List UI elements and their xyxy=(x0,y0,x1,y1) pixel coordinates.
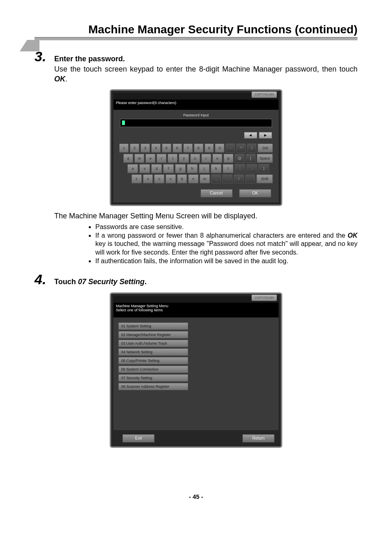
key-d[interactable]: d xyxy=(151,164,162,173)
bullet-passwords-case-sensitive: Passwords are case sensitive. xyxy=(95,223,357,232)
menu-item-network-setting[interactable]: 04 Network Setting xyxy=(118,348,188,356)
bullet-auth-fail-log: If authentication fails, the information… xyxy=(95,257,357,266)
key-at[interactable]: @ xyxy=(235,154,244,163)
step4-heading-a: Touch xyxy=(54,278,78,286)
menu-item-copy-printer[interactable]: 05 Copy/Printer Setting xyxy=(118,357,188,364)
key-6[interactable]: 6 xyxy=(173,144,182,153)
step3-text: Use the touch screen keypad to enter the… xyxy=(54,64,357,84)
key-lbracket[interactable]: [ xyxy=(246,154,256,163)
cursor-icon xyxy=(122,120,125,125)
key-7[interactable]: 7 xyxy=(183,144,193,153)
password-panel-title: Password Input xyxy=(117,113,275,117)
key-h[interactable]: h xyxy=(187,164,198,173)
step3-heading: Enter the password. xyxy=(54,55,357,63)
key-a[interactable]: a xyxy=(127,164,138,173)
key-shift[interactable]: Shift xyxy=(256,174,273,183)
key-semicolon[interactable]: ; xyxy=(235,164,245,173)
step3-ok-ref: OK xyxy=(54,75,65,83)
key-o[interactable]: o xyxy=(212,154,222,163)
step3-text-after: . xyxy=(65,75,67,83)
step3-text-before: Use the touch screen keypad to enter the… xyxy=(54,65,357,73)
key-j[interactable]: j xyxy=(199,164,210,173)
key-2[interactable]: 2 xyxy=(130,144,139,153)
menu-header: Machine Manager Setting Menu Select one … xyxy=(113,303,279,317)
exit-button[interactable]: Exit xyxy=(122,434,154,442)
arrow-right-button[interactable]: ► xyxy=(259,132,272,139)
key-0[interactable]: 0 xyxy=(215,144,224,153)
key-m[interactable]: m xyxy=(200,174,210,183)
key-backslash[interactable]: \ xyxy=(247,144,256,153)
key-5[interactable]: 5 xyxy=(162,144,171,153)
key-4[interactable]: 4 xyxy=(151,144,161,153)
password-input[interactable] xyxy=(120,119,272,127)
key-e[interactable]: e xyxy=(145,154,155,163)
key-caret[interactable]: ^ xyxy=(236,144,246,153)
key-b[interactable]: b xyxy=(177,174,187,183)
key-slash[interactable]: / xyxy=(234,174,244,183)
step4-heading: Touch 07 Security Setting. xyxy=(54,278,357,286)
key-u[interactable]: u xyxy=(190,154,200,163)
password-prompt: Please enter password(8 characters) xyxy=(113,100,279,110)
return-button[interactable]: Return xyxy=(242,434,274,442)
onscreen-keyboard: 1 2 3 4 5 6 7 8 9 0 - ^ \ xyxy=(117,143,275,185)
menu-item-scanner-address[interactable]: 08 Scanner Address Register xyxy=(118,383,188,390)
key-minus[interactable]: - xyxy=(226,144,235,153)
key-r[interactable]: r xyxy=(157,154,166,163)
menu-item-user-auth[interactable]: 03 User Auth./Volume Track xyxy=(118,340,188,347)
key-s[interactable]: s xyxy=(139,164,150,173)
menu-item-security-setting[interactable]: 07 Security Setting xyxy=(118,374,188,382)
page-header-title: Machine Manager Security Functions (cont… xyxy=(35,23,357,37)
key-q[interactable]: q xyxy=(123,154,133,163)
step4-number: 4. xyxy=(35,271,54,287)
ok-button[interactable]: OK xyxy=(239,189,271,197)
key-3[interactable]: 3 xyxy=(141,144,150,153)
key-c[interactable]: c xyxy=(154,174,164,183)
arrow-left-button[interactable]: ◄ xyxy=(244,132,257,139)
key-n[interactable]: n xyxy=(188,174,198,183)
step4-heading-c: . xyxy=(145,278,147,286)
menu-item-system-setting[interactable]: 01 System Setting xyxy=(118,322,188,330)
copy-scan-tab[interactable]: COPY/SCAN xyxy=(251,91,277,98)
menu-title-line2: Select one of following items xyxy=(116,308,276,313)
copy-scan-tab[interactable]: COPY/SCAN xyxy=(251,294,277,301)
key-del[interactable]: Del xyxy=(258,144,273,153)
bullet2-a: If a wrong password or fewer than 8 alph… xyxy=(95,232,348,239)
key-f[interactable]: f xyxy=(163,164,174,173)
key-y[interactable]: y xyxy=(179,154,189,163)
step3-after-img-text: The Machine Manager Setting Menu Screen … xyxy=(54,211,357,221)
header-rule-decoration xyxy=(35,37,357,40)
key-comma[interactable]: , xyxy=(211,174,221,183)
key-1[interactable]: 1 xyxy=(119,144,129,153)
menu-screen: COPY/SCAN Machine Manager Setting Menu S… xyxy=(110,292,282,448)
cancel-button[interactable]: Cancel xyxy=(201,189,233,197)
key-z[interactable]: z xyxy=(131,174,142,183)
key-space[interactable]: Space xyxy=(257,154,273,163)
bullet-wrong-password: If a wrong password or fewer than 8 alph… xyxy=(95,232,357,257)
key-rbracket[interactable]: ] xyxy=(258,164,269,173)
page-number: - 45 - xyxy=(35,493,357,500)
key-w[interactable]: w xyxy=(134,154,144,163)
password-screen: COPY/SCAN Please enter password(8 charac… xyxy=(110,89,282,206)
key-x[interactable]: x xyxy=(143,174,153,183)
key-l[interactable]: l xyxy=(223,164,233,173)
key-g[interactable]: g xyxy=(175,164,186,173)
bullet2-ok: OK xyxy=(348,232,357,239)
menu-item-manager-register[interactable]: 02 Manager/Machine Register xyxy=(118,331,188,338)
key-8[interactable]: 8 xyxy=(194,144,203,153)
key-v[interactable]: v xyxy=(166,174,176,183)
key-colon[interactable]: : xyxy=(247,164,257,173)
key-t[interactable]: t xyxy=(168,154,178,163)
key-period[interactable]: . xyxy=(222,174,233,183)
key-i[interactable]: i xyxy=(201,154,211,163)
key-p[interactable]: p xyxy=(224,154,233,163)
bullet2-b: key is touched, the warning message "Pas… xyxy=(95,240,357,256)
step4-heading-b: 07 Security Setting xyxy=(78,278,145,286)
menu-item-system-connection[interactable]: 06 System Connection xyxy=(118,366,188,373)
key-k[interactable]: k xyxy=(211,164,221,173)
key-blank[interactable] xyxy=(245,174,256,183)
key-9[interactable]: 9 xyxy=(205,144,214,153)
